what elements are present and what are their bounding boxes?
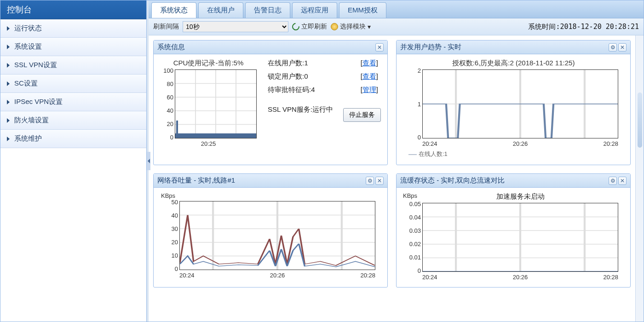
chevron-right-icon	[7, 118, 10, 123]
tab-remote-app[interactable]: 远程应用	[292, 2, 337, 18]
refresh-now-label: 立即刷新	[301, 23, 327, 31]
panel-buffer-status: 流缓存状态 - 实时,双向总流速对比 ⚙ ✕ KBps加速服务未启动 0.050…	[396, 173, 631, 288]
chevron-left-icon	[148, 159, 150, 163]
panel-title: 并发用户趋势 - 实时	[400, 43, 461, 52]
cpu-chart: CPU使用记录-当前:5% 100806040200 20:25	[160, 59, 257, 147]
close-icon[interactable]: ✕	[375, 43, 384, 52]
throughput-ylabel: KBps	[161, 192, 381, 199]
close-icon[interactable]: ✕	[618, 177, 627, 185]
chevron-right-icon	[7, 100, 10, 104]
tab-system-status[interactable]: 系统状态	[151, 2, 196, 18]
sidebar-item-label: SC设置	[14, 79, 38, 88]
sidebar-item-2[interactable]: SSL VPN设置	[0, 56, 146, 75]
gear-icon[interactable]: ⚙	[609, 43, 617, 52]
tab-online-users[interactable]: 在线用户	[198, 2, 243, 18]
sidebar-item-label: 防火墙设置	[14, 116, 49, 125]
panel-throughput: 网络吞吐量 - 实时,线路#1 ⚙ ✕ KBps 50403020100	[153, 173, 388, 288]
panel-title: 系统信息	[157, 43, 185, 52]
sidebar-item-label: IPSec VPN设置	[14, 98, 63, 106]
user-trend-subtitle: 授权数:6,历史最高:2 (2018-11-02 11:25)	[403, 59, 624, 68]
panel-title: 网络吞吐量 - 实时,线路#1	[157, 176, 235, 185]
tab-alarm-log[interactable]: 告警日志	[245, 2, 290, 18]
buffer-ylabel: KBps	[403, 192, 417, 201]
chevron-right-icon	[7, 81, 10, 86]
sidebar-item-0[interactable]: 运行状态	[0, 19, 146, 38]
throughput-chart: 50403020100	[179, 201, 375, 270]
refresh-interval-label: 刷新间隔	[153, 23, 179, 31]
view-locked-users-link[interactable]: 查看	[362, 72, 376, 80]
choose-module-label: 选择模块	[340, 23, 366, 31]
sidebar-collapse-handle[interactable]	[147, 152, 150, 170]
sidebar-item-1[interactable]: 系统设置	[0, 38, 146, 56]
refresh-icon	[291, 22, 301, 32]
sidebar-item-6[interactable]: 系统维护	[0, 130, 146, 148]
close-icon[interactable]: ✕	[618, 43, 627, 52]
dropdown-icon: ▾	[368, 23, 371, 30]
buffer-subtitle: 加速服务未启动	[417, 192, 624, 201]
choose-module-button[interactable]: 选择模块 ▾	[331, 23, 371, 31]
chevron-right-icon	[7, 45, 10, 49]
sidebar-item-label: 运行状态	[14, 24, 42, 33]
gear-icon[interactable]: ⚙	[366, 177, 374, 185]
panel-system-info: 系统信息 ✕ CPU使用记录-当前:5% 100806040200 20:25	[153, 40, 388, 165]
user-trend-legend: 在线人数:1	[408, 150, 624, 158]
sidebar-item-label: SSL VPN设置	[14, 61, 57, 69]
sidebar-item-4[interactable]: IPSec VPN设置	[0, 93, 146, 111]
main: 系统状态 在线用户 告警日志 远程应用 EMM授权 刷新间隔 10秒 立即刷新 …	[147, 0, 644, 322]
view-online-users-link[interactable]: 查看	[362, 59, 376, 67]
panel-title: 流缓存状态 - 实时,双向总流速对比	[400, 176, 505, 185]
tabbar: 系统状态 在线用户 告警日志 远程应用 EMM授权	[149, 0, 644, 18]
toolbar: 刷新间隔 10秒 立即刷新 选择模块 ▾ 系统时间:2018-12-20 20:…	[149, 18, 644, 35]
manage-pending-link[interactable]: 管理	[362, 86, 376, 93]
sidebar-item-label: 系统设置	[14, 42, 42, 51]
scrollbar[interactable]	[635, 35, 644, 322]
gear-icon[interactable]: ⚙	[609, 177, 617, 185]
dashboard-panels: 系统信息 ✕ CPU使用记录-当前:5% 100806040200 20:25	[149, 35, 635, 322]
refresh-now-button[interactable]: 立即刷新	[292, 23, 327, 31]
chevron-right-icon	[7, 137, 10, 141]
stop-service-button[interactable]: 停止服务	[343, 108, 381, 122]
module-icon	[331, 23, 338, 30]
sidebar-item-5[interactable]: 防火墙设置	[0, 111, 146, 130]
refresh-interval-select[interactable]: 10秒	[183, 21, 288, 32]
sidebar-item-3[interactable]: SC设置	[0, 75, 146, 93]
cpu-chart-title: CPU使用记录-当前:5%	[160, 59, 257, 68]
sidebar-title: 控制台	[0, 0, 146, 19]
user-trend-chart: 210	[422, 69, 618, 138]
chevron-right-icon	[7, 63, 10, 68]
buffer-chart: 0.050.040.030.020.010	[422, 203, 618, 272]
tab-emm-license[interactable]: EMM授权	[339, 2, 386, 18]
close-icon[interactable]: ✕	[375, 177, 384, 185]
chevron-right-icon	[7, 26, 10, 31]
system-time: 系统时间:2018-12-20 20:28:21	[528, 23, 639, 31]
scrollbar-thumb[interactable]	[638, 92, 642, 148]
sidebar: 控制台 运行状态 系统设置 SSL VPN设置 SC设置 IPSec VPN设置…	[0, 0, 147, 322]
cpu-chart-xtick: 20:25	[160, 140, 257, 147]
sidebar-item-label: 系统维护	[14, 134, 42, 143]
panel-user-trend: 并发用户趋势 - 实时 ⚙ ✕ 授权数:6,历史最高:2 (2018-11-02…	[396, 40, 631, 165]
